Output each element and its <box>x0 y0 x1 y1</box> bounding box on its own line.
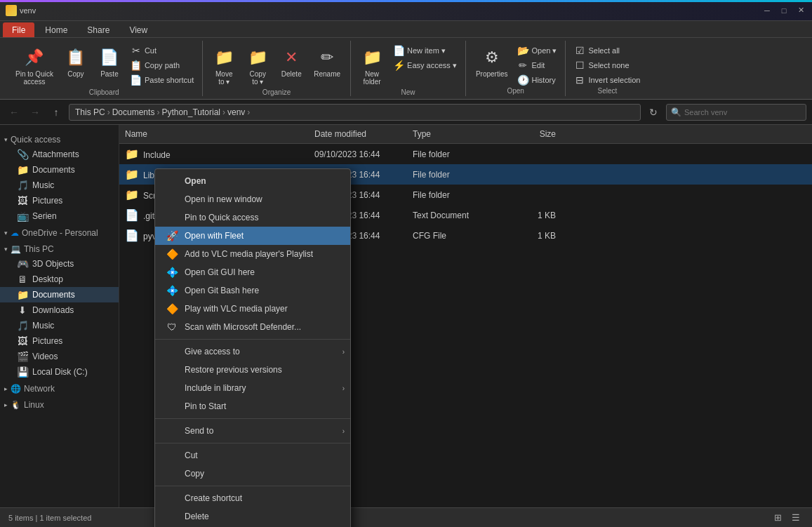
properties-button[interactable]: ⚙ Properties <box>472 44 512 81</box>
copy-path-button[interactable]: 📋 Copy path <box>128 58 197 72</box>
copy-to-icon: 📁 <box>246 46 269 69</box>
sidebar-item-documents[interactable]: 📁 Documents <box>0 287 119 302</box>
col-header-date[interactable]: Date modified <box>309 128 407 140</box>
ctx-delete[interactable]: Delete <box>155 507 350 526</box>
folder-icon-scripts: 📁 <box>125 189 139 201</box>
tab-view[interactable]: View <box>120 22 157 37</box>
up-button[interactable]: ↑ <box>48 104 65 121</box>
ctx-play-vlc[interactable]: 🔶 Play with VLC media player <box>155 300 350 318</box>
doc-icon-gitignore: 📄 <box>125 209 139 221</box>
paste-shortcut-button[interactable]: 📄 Paste shortcut <box>128 73 197 87</box>
ribbon-group-open: ⚙ Properties 📂 Open ▾ ✏ Edit 🕐 History O… <box>466 41 566 96</box>
back-button[interactable]: ← <box>6 104 22 121</box>
sidebar-linux-header[interactable]: ▸ 🐧 Linux <box>0 396 119 412</box>
path-documents[interactable]: Documents <box>112 107 155 117</box>
copy-button[interactable]: 📋 Copy <box>60 44 91 81</box>
path-python-tutorial[interactable]: Python_Tutorial <box>161 107 220 117</box>
move-to-button[interactable]: 📁 Moveto ▾ <box>208 44 239 88</box>
history-button[interactable]: 🕐 History <box>514 73 559 87</box>
file-row-include[interactable]: 📁Include 09/10/2023 16:44 File folder <box>119 144 812 164</box>
maximize-button[interactable]: □ <box>778 5 790 16</box>
close-button[interactable]: ✕ <box>795 5 806 16</box>
ctx-open-fleet[interactable]: 🚀 Open with Fleet <box>155 227 350 245</box>
ctx-restore-versions[interactable]: Restore previous versions <box>155 361 350 379</box>
address-path[interactable]: This PC › Documents › Python_Tutorial › … <box>69 104 641 121</box>
sidebar-thispc-header[interactable]: ▾ 💻 This PC <box>0 240 119 256</box>
sidebar-item-3dobjects[interactable]: 🎮 3D Objects <box>0 256 119 272</box>
tab-file[interactable]: File <box>3 22 34 37</box>
cut-icon: ✂ <box>131 45 142 56</box>
easy-access-button[interactable]: ⚡ Easy access ▾ <box>390 58 460 72</box>
forward-button[interactable]: → <box>27 104 44 121</box>
sidebar-onedrive-header[interactable]: ▾ ☁ OneDrive - Personal <box>0 224 119 240</box>
ctx-include-library[interactable]: Include in library › <box>155 379 350 397</box>
ctx-pin-start-label: Pin to Start <box>185 401 226 411</box>
ctx-add-vlc[interactable]: 🔶 Add to VLC media player's Playlist <box>155 245 350 263</box>
sidebar-item-videos[interactable]: 🎬 Videos <box>0 349 119 364</box>
edit-button[interactable]: ✏ Edit <box>514 58 559 72</box>
ctx-scan-defender[interactable]: 🛡 Scan with Microsoft Defender... <box>155 318 350 336</box>
sidebar-quick-access-header[interactable]: ▾ Quick access <box>0 131 119 147</box>
open-button[interactable]: 📂 Open ▾ <box>514 44 559 58</box>
ctx-pin-quick[interactable]: Pin to Quick access <box>155 208 350 227</box>
sidebar-item-music[interactable]: 🎵 Music <box>0 318 119 333</box>
view-list-button[interactable]: ☰ <box>788 511 804 525</box>
ctx-open-new-window[interactable]: Open in new window <box>155 190 350 208</box>
col-header-size[interactable]: Size <box>505 128 561 140</box>
new-small-buttons: 📄 New item ▾ ⚡ Easy access ▾ <box>390 44 460 72</box>
ctx-play-vlc-label: Play with VLC media player <box>185 304 288 314</box>
sidebar-item-music-qa[interactable]: 🎵 Music <box>0 178 119 193</box>
ctx-open-git-gui[interactable]: 💠 Open Git GUI here <box>155 263 350 281</box>
ctx-open[interactable]: Open <box>155 172 350 190</box>
tab-home[interactable]: Home <box>36 22 76 37</box>
sidebar-attachments-label: Attachments <box>32 149 79 159</box>
cut-button[interactable]: ✂ Cut <box>128 44 197 58</box>
ctx-open-label: Open <box>185 176 206 186</box>
select-all-button[interactable]: ☑ Select all <box>571 44 643 58</box>
path-this-pc[interactable]: This PC <box>75 107 105 117</box>
ctx-cut-label: Cut <box>185 451 198 460</box>
delete-button[interactable]: ✕ Delete <box>276 44 307 81</box>
ctx-copy[interactable]: Copy <box>155 465 350 483</box>
select-none-button[interactable]: ☐ Select none <box>571 58 643 72</box>
sidebar-network-header[interactable]: ▸ 🌐 Network <box>0 380 119 396</box>
sidebar-downloads-label: Downloads <box>32 305 74 315</box>
ctx-open-git-bash[interactable]: 💠 Open Git Bash here <box>155 281 350 300</box>
paste-button[interactable]: 📄 Paste <box>94 44 125 81</box>
organize-label: Organize <box>262 88 291 98</box>
sidebar-item-pictures-qa[interactable]: 🖼 Pictures <box>0 193 119 208</box>
tab-share[interactable]: Share <box>78 22 119 37</box>
ctx-give-access[interactable]: Give access to › <box>155 342 350 361</box>
invert-selection-button[interactable]: ⊟ Invert selection <box>571 73 643 87</box>
new-item-button[interactable]: 📄 New item ▾ <box>390 44 460 58</box>
ctx-create-shortcut[interactable]: Create shortcut <box>155 489 350 507</box>
properties-icon: ⚙ <box>481 46 503 69</box>
pin-to-quick-access-button[interactable]: 📌 Pin to Quickaccess <box>11 44 58 88</box>
sidebar-serien-label: Serien <box>32 211 57 221</box>
sidebar-item-pictures[interactable]: 🖼 Pictures <box>0 333 119 349</box>
minimize-button[interactable]: ─ <box>761 5 773 16</box>
search-input[interactable] <box>684 108 801 116</box>
new-folder-button[interactable]: 📁 Newfolder <box>357 44 387 88</box>
ctx-sep-3 <box>155 443 350 443</box>
col-header-name[interactable]: Name <box>119 128 309 140</box>
ctx-cut[interactable]: Cut <box>155 446 350 465</box>
sidebar-item-documents-qa[interactable]: 📁 Documents <box>0 162 119 178</box>
ctx-pin-start[interactable]: Pin to Start <box>155 397 350 415</box>
file-size-lib <box>505 173 561 176</box>
sidebar-item-localdisk[interactable]: 💾 Local Disk (C:) <box>0 364 119 380</box>
rename-button[interactable]: ✏ Rename <box>310 44 345 81</box>
ctx-send-to[interactable]: Send to › <box>155 422 350 440</box>
ctx-open-git-gui-label: Open Git GUI here <box>185 267 255 277</box>
view-grid-button[interactable]: ⊞ <box>770 511 785 525</box>
sidebar-item-serien[interactable]: 📺 Serien <box>0 208 119 224</box>
sidebar-item-desktop[interactable]: 🖥 Desktop <box>0 272 119 287</box>
copy-to-button[interactable]: 📁 Copyto ▾ <box>242 44 273 88</box>
col-header-type[interactable]: Type <box>407 128 505 140</box>
search-box[interactable]: 🔍 <box>666 104 806 121</box>
path-venv[interactable]: venv <box>227 107 245 117</box>
refresh-button[interactable]: ↻ <box>645 104 662 121</box>
status-view-buttons: ⊞ ☰ <box>770 511 804 525</box>
sidebar-item-downloads[interactable]: ⬇ Downloads <box>0 302 119 318</box>
sidebar-item-attachments[interactable]: 📎 Attachments <box>0 147 119 162</box>
